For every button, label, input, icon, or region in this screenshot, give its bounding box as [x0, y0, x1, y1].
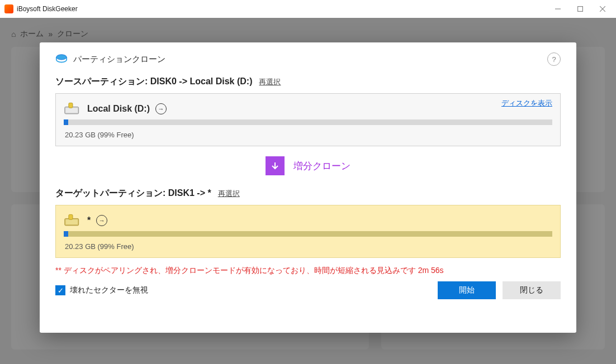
partition-clone-dialog: パーティションクローン ? ソースパーティション: DISK0 -> Local… [40, 42, 576, 333]
source-usage-stat: 20.23 GB (99% Free) [65, 131, 552, 139]
target-detail-arrow-icon[interactable]: → [96, 215, 107, 226]
target-drive-icon [64, 213, 82, 228]
target-partition-panel: * → 20.23 GB (99% Free) [55, 205, 561, 258]
maximize-button[interactable] [569, 1, 591, 17]
svg-rect-1 [578, 7, 583, 12]
clone-mode-icon[interactable] [266, 156, 285, 175]
svg-rect-10 [66, 219, 78, 224]
source-reselect-link[interactable]: 再選択 [259, 77, 281, 87]
source-section-label: ソースパーティション: DISK0 -> Local Disk (D:) [55, 76, 252, 88]
app-icon [4, 4, 13, 13]
target-usage-bar [64, 231, 552, 237]
source-drive-icon [64, 102, 82, 116]
source-drive-name: Local Disk (D:) [87, 104, 150, 114]
pairing-note: ** ディスクがペアリングされ、増分クローンモードが有効になっており、時間が短縮… [55, 266, 561, 276]
svg-rect-11 [69, 214, 73, 219]
modal-overlay: パーティションクローン ? ソースパーティション: DISK0 -> Local… [0, 18, 616, 364]
target-reselect-link[interactable]: 再選択 [218, 189, 240, 199]
target-usage-stat: 20.23 GB (99% Free) [65, 242, 552, 251]
svg-rect-7 [66, 108, 78, 113]
ignore-bad-sectors-checkbox[interactable]: ✓ 壊れたセクターを無視 [55, 285, 148, 295]
help-button[interactable]: ? [547, 52, 561, 66]
checkbox-checked-icon: ✓ [55, 285, 65, 295]
ignore-bad-sectors-label: 壊れたセクターを無視 [70, 285, 148, 295]
partition-clone-icon [55, 53, 68, 65]
minimize-button[interactable] [547, 1, 569, 17]
svg-rect-8 [69, 103, 73, 108]
show-disk-link[interactable]: ディスクを表示 [501, 98, 552, 108]
source-detail-arrow-icon[interactable]: → [155, 103, 167, 114]
start-button[interactable]: 開始 [438, 281, 496, 299]
dialog-title: パーティションクローン [73, 54, 165, 65]
close-button[interactable]: 閉じる [503, 281, 561, 299]
source-usage-bar [64, 119, 552, 125]
target-section-label: ターゲットパーティション: DISK1 -> * [55, 188, 211, 199]
target-drive-name: * [87, 215, 91, 226]
clone-mode-label[interactable]: 増分クローン [293, 160, 350, 173]
close-window-button[interactable] [591, 1, 614, 17]
app-title: iBoysoft DiskGeeker [17, 5, 78, 13]
source-partition-panel: ディスクを表示 Local Disk (D:) → 20.23 GB (99% … [55, 93, 561, 146]
title-bar: iBoysoft DiskGeeker [0, 0, 616, 18]
